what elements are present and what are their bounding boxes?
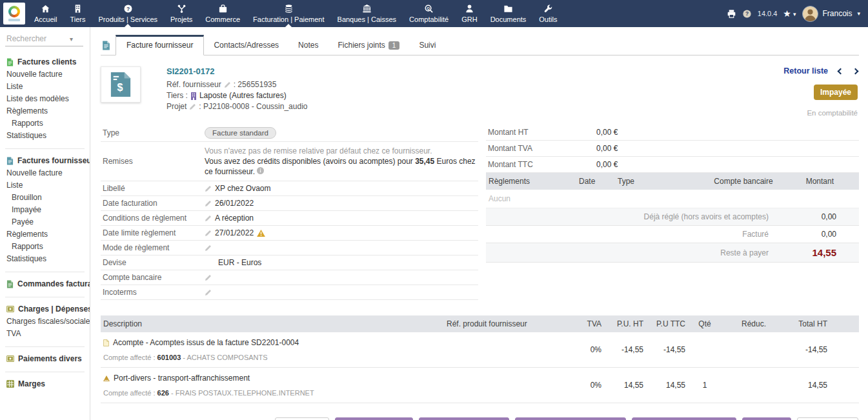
projects-icon xyxy=(177,3,187,14)
edit-pencil-icon[interactable] xyxy=(205,215,212,222)
sidebar-section-title[interactable]: Factures clients xyxy=(5,56,85,68)
next-record-icon[interactable] xyxy=(853,68,859,74)
summary-value: 14,55 xyxy=(794,247,859,258)
sidebar-item-nouvelle-facture[interactable]: Nouvelle facture xyxy=(5,167,85,179)
type-badge: Facture standard xyxy=(205,127,276,139)
tab-facture-fournisseur[interactable]: Facture fournisseur xyxy=(116,35,204,55)
tab-label: Fichiers joints xyxy=(338,41,385,50)
invoice-client-icon xyxy=(6,58,14,66)
edit-pencil-icon[interactable] xyxy=(205,200,212,207)
menu-produits-services[interactable]: ?Produits | Services xyxy=(92,0,165,27)
field-label: Remises xyxy=(103,157,205,166)
field-value xyxy=(205,245,478,252)
field-value: EUR - Euros xyxy=(205,258,478,267)
menu-projets[interactable]: Projets xyxy=(164,0,199,27)
edit-pencil-icon[interactable] xyxy=(205,230,212,237)
sidebar-section-title[interactable]: Factures fournisseur xyxy=(5,155,85,167)
sidebar-item-charges-fiscales-sociales[interactable]: Charges fiscales/sociales xyxy=(5,315,85,328)
menu-banques-caisses[interactable]: Banques | Caisses xyxy=(331,0,403,27)
action-classer-abandonn-e[interactable]: CLASSER 'ABANDONNÉE' xyxy=(515,417,626,420)
sidebar-item-brouillon[interactable]: Brouillon xyxy=(5,192,85,204)
tab-label: Facture fournisseur xyxy=(126,41,193,50)
sidebar-item-impay-e[interactable]: Impayée xyxy=(5,204,85,216)
action-supprimer[interactable]: SUPPRIMER xyxy=(797,417,858,420)
sidebar-item-statistiques[interactable]: Statistiques xyxy=(5,253,85,265)
line-unit-price-ht: 14,55 xyxy=(601,381,643,390)
action-envoyer-email[interactable]: ENVOYER EMAIL xyxy=(335,417,414,420)
sidebar-item-r-glements[interactable]: Règlements xyxy=(5,228,85,241)
menu-label: GRH xyxy=(461,15,477,23)
previous-record-icon[interactable] xyxy=(838,68,844,74)
menu-accueil[interactable]: Accueil xyxy=(28,0,63,27)
sidebar-item-liste[interactable]: Liste xyxy=(5,179,85,192)
edit-pencil-icon[interactable] xyxy=(189,103,196,110)
hr-icon xyxy=(465,3,474,14)
sidebar-section-title[interactable]: Paiements divers xyxy=(5,353,85,365)
sidebar-item-rapports[interactable]: Rapports xyxy=(5,117,85,130)
help-icon[interactable]: ? xyxy=(742,9,752,19)
line-row[interactable]: Port-divers - transport-affranchissement… xyxy=(101,368,859,403)
left-sidebar: ▾ Factures clientsNouvelle factureListeL… xyxy=(0,27,90,420)
thirdparty-link[interactable]: Laposte (Autres factures) xyxy=(199,90,287,101)
sidebar-item-r-glements[interactable]: Règlements xyxy=(5,105,85,117)
sidebar-item-statistiques[interactable]: Statistiques xyxy=(5,130,85,142)
sidebar-section-title[interactable]: Commandes facturab... xyxy=(5,278,85,290)
menu-grh[interactable]: GRH xyxy=(455,0,483,27)
sidebar-section-paiements-divers: Paiements divers xyxy=(5,347,85,372)
lines-header-total-ht: Total HT xyxy=(766,319,827,328)
action-saisir-r-glement[interactable]: SAISIR RÈGLEMENT xyxy=(419,417,509,420)
menu-label: Projets xyxy=(170,15,192,23)
sidebar-search[interactable]: ▾ xyxy=(5,34,83,46)
menu-comptabilit[interactable]: QComptabilité xyxy=(403,0,455,27)
menu-commerce[interactable]: Commerce xyxy=(199,0,247,27)
sidebar-item-pay-e[interactable]: Payée xyxy=(5,216,85,228)
chevron-down-icon[interactable]: ▾ xyxy=(70,35,73,43)
account-code: 601003 xyxy=(157,354,181,361)
sidebar-item-liste[interactable]: Liste xyxy=(5,81,85,93)
status-badge: Impayée xyxy=(814,85,858,100)
edit-pencil-icon[interactable] xyxy=(224,81,231,88)
line-unit-price-ttc: -14,55 xyxy=(643,345,685,354)
account-label: Compte affecté : xyxy=(103,389,157,397)
summary-row-factur: Facturé0,00 xyxy=(486,226,859,243)
menu-tiers[interactable]: Tiers xyxy=(63,0,92,27)
sidebar-item-tva[interactable]: TVA xyxy=(5,328,85,340)
bookmarks-star-icon[interactable]: ★▾ xyxy=(783,8,796,19)
line-total-ht: 14,55 xyxy=(766,381,827,390)
sidebar-section-title[interactable]: Marges xyxy=(5,378,85,390)
back-to-list-link[interactable]: Retour liste xyxy=(783,66,828,75)
edit-pencil-icon[interactable] xyxy=(205,245,212,252)
tab-contacts-adresses[interactable]: Contacts/Adresses xyxy=(204,36,288,55)
sidebar-section-factures-clients: Factures clientsNouvelle factureListeLis… xyxy=(5,50,85,149)
sidebar-item-rapports[interactable]: Rapports xyxy=(5,241,85,253)
search-input[interactable] xyxy=(5,34,70,44)
action-cloner[interactable]: CLONER xyxy=(742,417,791,420)
menu-outils[interactable]: Outils xyxy=(532,0,563,27)
edit-pencil-icon[interactable] xyxy=(205,185,212,192)
action-modifier[interactable]: MODIFIER xyxy=(275,417,328,420)
sidebar-item-nouvelle-facture[interactable]: Nouvelle facture xyxy=(5,68,85,81)
menu-documents[interactable]: Documents xyxy=(484,0,533,27)
lines-header-tva: TVA xyxy=(566,319,601,328)
print-icon[interactable] xyxy=(727,9,736,19)
tab-notes[interactable]: Notes xyxy=(288,36,328,55)
edit-pencil-icon[interactable] xyxy=(205,274,212,281)
action-cr-er-facture-avoir[interactable]: CRÉER FACTURE AVOIR xyxy=(632,417,736,420)
account-name: - FRAIS POSTAUX.TELEPHONE.INTERNET xyxy=(169,389,314,397)
edit-pencil-icon[interactable] xyxy=(205,289,212,296)
sidebar-item-liste-des-mod-les[interactable]: Liste des modèles xyxy=(5,93,85,105)
user-menu[interactable]: Francois ▾ xyxy=(802,6,860,22)
lines-header-qt: Qté xyxy=(685,319,724,328)
section-title-text: Charges | Dépenses ... xyxy=(18,305,90,314)
invoice-thumbnail[interactable]: $ xyxy=(101,66,141,103)
app-logo[interactable] xyxy=(3,3,25,25)
line-title: Acompte - Acomptes issus de la facture S… xyxy=(103,338,447,347)
field-value: Vous n'avez pas de remise relative par d… xyxy=(205,145,478,178)
invoice-identity: SI2201-0172 Réf. fournisseur : 256551935… xyxy=(167,66,307,117)
sidebar-section-title[interactable]: Charges | Dépenses ... xyxy=(5,303,85,315)
line-row[interactable]: Acompte - Acomptes issus de la facture S… xyxy=(101,332,859,368)
tab-fichiers-joints[interactable]: Fichiers joints1 xyxy=(328,36,409,55)
tab-suivi[interactable]: Suivi xyxy=(409,36,445,55)
accounting-icon: Q xyxy=(424,3,434,14)
menu-facturation-paiement[interactable]: Facturation | Paiement xyxy=(247,0,330,27)
